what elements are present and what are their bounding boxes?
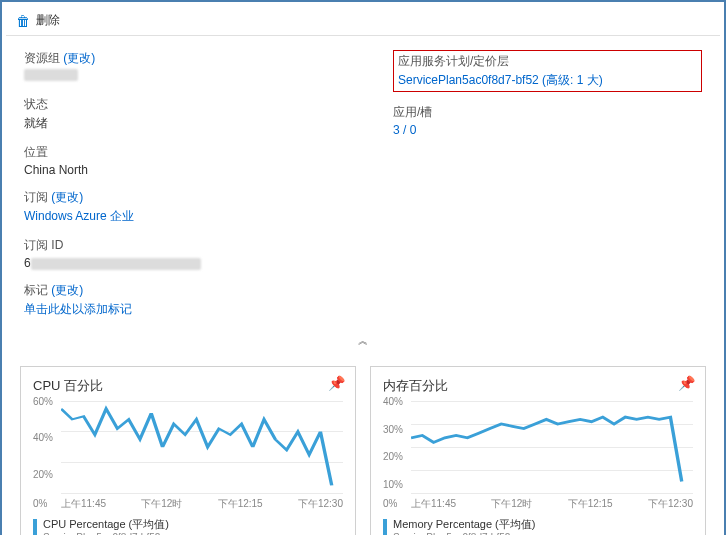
tags-add-link[interactable]: 单击此处以添加标记 (24, 301, 333, 318)
memory-metric-label: Memory Percentage (平均值) (393, 517, 535, 532)
collapse-toggle[interactable]: ︽ (24, 330, 702, 352)
subscription-change-link[interactable]: (更改) (51, 190, 83, 204)
charts-row: CPU 百分比 📌 60% 40% 20% 0% 上午11:45 下 (6, 358, 720, 535)
plan-label: 应用服务计划/定价层 (398, 53, 697, 70)
cpu-card-title: CPU 百分比 (33, 377, 343, 395)
plan-value[interactable]: ServicePlan5ac0f8d7-bf52 (高级: 1 大) (398, 72, 697, 89)
tags-change-link[interactable]: (更改) (51, 283, 83, 297)
delete-icon[interactable]: 🗑 (16, 13, 30, 29)
properties-panel: 资源组 (更改) 状态 就绪 位置 China North 订阅 (更改) Wi… (6, 36, 720, 358)
location-label: 位置 (24, 144, 333, 161)
service-plan-box: 应用服务计划/定价层 ServicePlan5ac0f8d7-bf52 (高级:… (393, 50, 702, 92)
subscription-value[interactable]: Windows Azure 企业 (24, 208, 333, 225)
pin-icon[interactable]: 📌 (678, 375, 695, 391)
resource-group-value (24, 69, 78, 81)
x-tick: 上午11:45 (61, 497, 106, 511)
metric-bar-icon (33, 519, 37, 535)
memory-chart[interactable]: 40% 30% 20% 10% 0% 上午11:45 下午12时 (383, 401, 693, 511)
x-tick: 上午11:45 (411, 497, 456, 511)
status-label: 状态 (24, 96, 333, 113)
toolbar: 🗑 删除 (6, 6, 720, 36)
app-slot-label: 应用/槽 (393, 104, 702, 121)
cpu-metric-label: CPU Percentage (平均值) (43, 517, 169, 532)
memory-metric: Memory Percentage (平均值) ServicePlan5ac0f… (383, 517, 693, 535)
cpu-metric: CPU Percentage (平均值) ServicePlan5ac0f8d7… (33, 517, 343, 535)
resource-group-change-link[interactable]: (更改) (63, 51, 95, 65)
subscription-label: 订阅 (24, 190, 48, 204)
status-value: 就绪 (24, 115, 333, 132)
delete-button[interactable]: 删除 (36, 12, 60, 29)
subscription-id-label: 订阅 ID (24, 237, 333, 254)
location-value: China North (24, 163, 333, 177)
cpu-chart-card: CPU 百分比 📌 60% 40% 20% 0% 上午11:45 下 (20, 366, 356, 535)
x-tick: 下午12:30 (648, 497, 693, 511)
memory-chart-card: 内存百分比 📌 40% 30% 20% 10% 0% (370, 366, 706, 535)
resource-group-label: 资源组 (24, 51, 60, 65)
x-tick: 下午12时 (141, 497, 182, 511)
x-tick: 下午12时 (491, 497, 532, 511)
x-tick: 下午12:15 (218, 497, 263, 511)
pin-icon[interactable]: 📌 (328, 375, 345, 391)
metric-bar-icon (383, 519, 387, 535)
memory-card-title: 内存百分比 (383, 377, 693, 395)
subscription-id-value: 6 (24, 256, 333, 270)
x-tick: 下午12:30 (298, 497, 343, 511)
x-tick: 下午12:15 (568, 497, 613, 511)
app-slot-value[interactable]: 3 / 0 (393, 123, 702, 137)
tags-label: 标记 (24, 283, 48, 297)
cpu-chart[interactable]: 60% 40% 20% 0% 上午11:45 下午12时 下午12:15 (33, 401, 343, 511)
